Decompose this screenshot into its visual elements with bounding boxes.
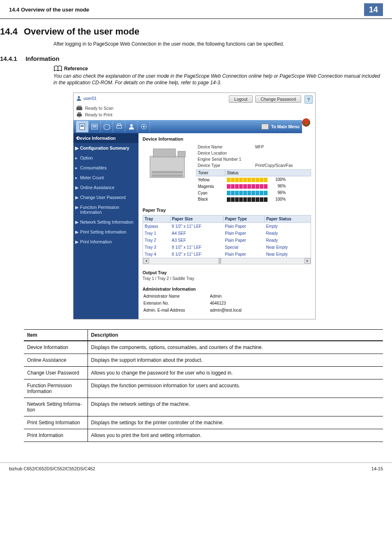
scanner-icon — [76, 105, 83, 111]
devinfo-row: Device NameMFP — [196, 144, 311, 150]
paper-tray-heading: Paper Tray — [143, 208, 311, 213]
desc-row: Online AssistanceDisplays the support in… — [24, 354, 383, 366]
svg-point-14 — [130, 124, 133, 127]
window-icon — [261, 124, 269, 130]
desc-row: Network Setting Informa­tionDisplays the… — [24, 398, 383, 416]
scroll-right-icon[interactable]: ► — [304, 258, 311, 264]
status-col: Status — [225, 170, 311, 176]
device-image — [143, 144, 192, 183]
subsection-number: 14.4.1 — [0, 55, 24, 62]
sidebar-item[interactable]: ▸Meter Count — [74, 173, 138, 183]
output-tray-list: Tray 1 / Tray 2 / Saddle Tray — [143, 276, 311, 281]
user-icon — [76, 95, 82, 101]
sidebar-item[interactable]: ▶Network Setting Information — [74, 217, 138, 227]
svg-rect-8 — [81, 126, 84, 127]
sidebar-item[interactable]: ▼Device Information — [74, 133, 138, 143]
refresh-button[interactable] — [302, 118, 310, 127]
to-main-menu-label: To Main Menu — [271, 124, 300, 129]
page-footer: bizhub C652/C652DS/C552/C552DS/C452 14-1… — [0, 462, 392, 474]
desc-row: Print Setting In­formationDisplays the s… — [24, 416, 383, 429]
paper-tray-section: Paper Tray TrayPaper SizePaper TypePaper… — [143, 208, 311, 264]
sidebar-item[interactable]: ▶Change User Password — [74, 192, 138, 202]
change-password-button[interactable]: Change Password — [255, 95, 301, 103]
header-bar: user01 Logout Change Password ? — [74, 93, 315, 104]
to-main-menu-link[interactable]: To Main Menu — [261, 124, 300, 130]
admin-row: Extension No.4646123 — [143, 300, 248, 306]
desc-row: Device Informa­tionDisplays the componen… — [24, 341, 383, 354]
toner-row: Cyan96% — [196, 190, 311, 196]
sidebar-item[interactable]: ▶Print Setting Information — [74, 227, 138, 237]
svg-rect-18 — [153, 149, 175, 157]
ptray-row: Bypass8 1/2" x 11" LEFPlain PaperEmpty — [143, 222, 311, 230]
help-button[interactable]: ? — [304, 95, 313, 104]
reference-label: Reference — [64, 66, 88, 72]
logout-button[interactable]: Logout — [229, 95, 253, 103]
tab-box-icon[interactable] — [101, 121, 113, 132]
ptray-row: Tray 38 1/2" x 11" LEFSpecialNear Empty — [143, 244, 311, 251]
svg-rect-13 — [118, 124, 121, 125]
svg-rect-5 — [78, 116, 81, 118]
section-intro: After logging in to PageScope Web Connec… — [53, 41, 383, 47]
svg-rect-7 — [81, 125, 84, 126]
page-number: 14-15 — [371, 466, 383, 471]
toner-row: Black100% — [196, 196, 311, 203]
table-h-scrollbar[interactable]: ◄ ► — [143, 258, 311, 264]
tab-custom-icon[interactable] — [138, 121, 150, 132]
chapter-badge: 14 — [364, 3, 383, 16]
sidebar-item[interactable]: ▶Online Assistance — [74, 183, 138, 192]
tab-job-icon[interactable] — [88, 121, 101, 132]
svg-point-0 — [78, 96, 80, 98]
desc-col-desc: Description — [88, 329, 383, 341]
svg-rect-1 — [76, 107, 82, 110]
ptray-col: Paper Type — [223, 215, 264, 222]
admin-row: Administrator NameAdmin — [143, 293, 248, 299]
ready-print-text: Ready to Print — [85, 112, 113, 117]
sidebar-item[interactable]: ▶Print Information — [74, 237, 138, 247]
svg-rect-21 — [152, 174, 183, 177]
svg-point-16 — [143, 126, 145, 127]
svg-rect-20 — [152, 171, 183, 173]
subsection-title: Information — [25, 55, 60, 62]
tab-info-icon[interactable] — [76, 121, 88, 132]
tab-direct-print-icon[interactable] — [113, 121, 125, 132]
model-label: bizhub C652/C652DS/C552/C552DS/C452 — [9, 466, 95, 471]
reference-box: Reference You can also check the explana… — [53, 65, 383, 86]
sidebar-nav: ▼Device Information▶Configuration Summar… — [74, 133, 138, 319]
svg-rect-19 — [178, 151, 185, 157]
section-title: Overview of the user mode — [24, 26, 139, 37]
sidebar-item[interactable]: ▸Option — [74, 153, 138, 163]
main-panel: Device Information Device NameMFPDevice … — [138, 133, 315, 319]
scroll-thumb[interactable] — [219, 258, 221, 264]
ptray-col: Paper Size — [170, 215, 223, 222]
ready-scan-text: Ready to Scan — [85, 106, 113, 111]
toner-row: Yellow100% — [196, 176, 311, 183]
ptray-row: Tray 2A3 SEFPlain PaperReady — [143, 237, 311, 244]
svg-rect-2 — [77, 106, 81, 107]
status-area: Ready to Scan Ready to Print — [74, 104, 315, 120]
section-number: 14.4 — [0, 26, 18, 37]
section-heading: 14.4 Overview of the user mode — [24, 26, 383, 37]
username: user01 — [83, 96, 97, 101]
svg-rect-12 — [117, 125, 122, 128]
svg-rect-11 — [92, 127, 97, 127]
tab-address-icon[interactable] — [125, 121, 138, 132]
desc-row: Print Informa­tionAllows you to print th… — [24, 429, 383, 442]
sidebar-item[interactable]: ▶Configuration Summary — [74, 143, 138, 153]
devinfo-row: Device Location — [196, 150, 311, 156]
section-label: 14.4 Overview of the user mode — [9, 7, 89, 13]
output-tray-heading: Output Tray — [143, 270, 311, 275]
page-header: 14.4 Overview of the user mode 14 — [0, 0, 392, 19]
sidebar-item[interactable]: ▸Consumables — [74, 163, 138, 173]
desc-row: Change User PasswordAllows you to change… — [24, 366, 383, 379]
ptray-row: Tray 48 1/2" x 11" LEFPlain PaperNear Em… — [143, 251, 311, 258]
output-tray-section: Output Tray Tray 1 / Tray 2 / Saddle Tra… — [143, 270, 311, 281]
printer-icon — [76, 112, 83, 118]
svg-rect-4 — [78, 112, 81, 114]
sidebar-item[interactable]: ▶Function Permission Information — [74, 202, 138, 217]
svg-rect-10 — [92, 125, 97, 126]
device-info-heading: Device Information — [143, 136, 311, 141]
reference-text: You can also check the explanation of th… — [53, 73, 383, 86]
ptray-col: Tray — [143, 215, 171, 222]
devinfo-row: Device TypePrint/Copy/Scan/Fax — [196, 162, 311, 169]
scroll-left-icon[interactable]: ◄ — [143, 258, 149, 264]
